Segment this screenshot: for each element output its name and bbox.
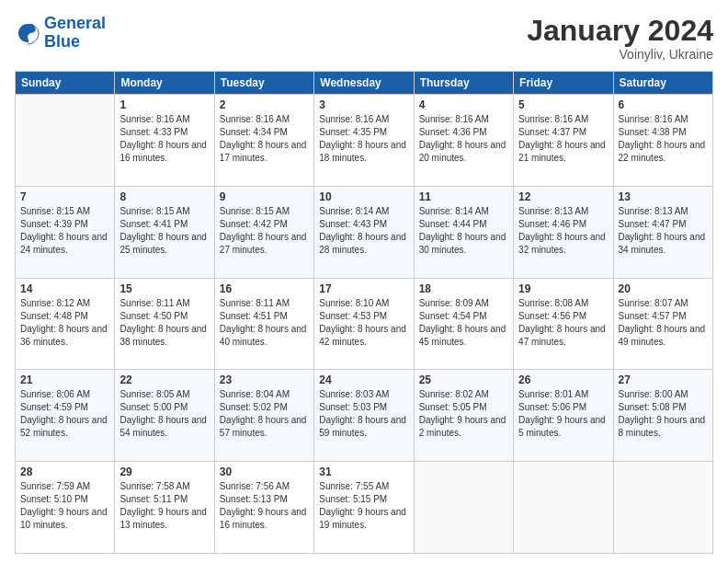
day-info: Sunrise: 8:15 AMSunset: 4:41 PMDaylight:… bbox=[119, 205, 209, 257]
logo-line1: General bbox=[44, 14, 106, 32]
day-info: Sunrise: 8:16 AMSunset: 4:38 PMDaylight:… bbox=[619, 113, 708, 165]
calendar-cell: 7Sunrise: 8:15 AMSunset: 4:39 PMDaylight… bbox=[16, 186, 115, 278]
day-number: 9 bbox=[220, 190, 309, 203]
calendar-cell: 6Sunrise: 8:16 AMSunset: 4:38 PMDaylight… bbox=[613, 95, 712, 187]
calendar-cell: 24Sunrise: 8:03 AMSunset: 5:03 PMDayligh… bbox=[314, 370, 414, 462]
calendar-table: SundayMondayTuesdayWednesdayThursdayFrid… bbox=[15, 71, 713, 554]
day-info: Sunrise: 8:16 AMSunset: 4:36 PMDaylight:… bbox=[419, 113, 508, 165]
day-info: Sunrise: 8:03 AMSunset: 5:03 PMDaylight:… bbox=[319, 388, 408, 440]
calendar-cell: 18Sunrise: 8:09 AMSunset: 4:54 PMDayligh… bbox=[414, 278, 513, 370]
calendar-cell: 1Sunrise: 8:16 AMSunset: 4:33 PMDaylight… bbox=[115, 95, 214, 187]
day-info: Sunrise: 8:12 AMSunset: 4:48 PMDaylight:… bbox=[20, 297, 109, 349]
day-number: 20 bbox=[619, 282, 708, 295]
day-number: 31 bbox=[319, 465, 408, 478]
calendar-cell: 15Sunrise: 8:11 AMSunset: 4:50 PMDayligh… bbox=[115, 278, 214, 370]
logo-icon bbox=[15, 20, 40, 46]
calendar-cell: 27Sunrise: 8:00 AMSunset: 5:08 PMDayligh… bbox=[613, 370, 712, 462]
day-header-wednesday: Wednesday bbox=[314, 72, 414, 95]
day-number: 2 bbox=[220, 98, 309, 111]
calendar-cell bbox=[514, 462, 613, 554]
calendar-cell: 12Sunrise: 8:13 AMSunset: 4:46 PMDayligh… bbox=[514, 186, 613, 278]
calendar-cell: 3Sunrise: 8:16 AMSunset: 4:35 PMDaylight… bbox=[314, 95, 414, 187]
day-info: Sunrise: 8:09 AMSunset: 4:54 PMDaylight:… bbox=[419, 297, 508, 349]
calendar-cell: 28Sunrise: 7:59 AMSunset: 5:10 PMDayligh… bbox=[16, 462, 115, 554]
calendar-week-row: 7Sunrise: 8:15 AMSunset: 4:39 PMDaylight… bbox=[16, 186, 713, 278]
day-header-sunday: Sunday bbox=[16, 72, 115, 95]
day-info: Sunrise: 8:13 AMSunset: 4:47 PMDaylight:… bbox=[619, 205, 708, 257]
day-info: Sunrise: 8:07 AMSunset: 4:57 PMDaylight:… bbox=[619, 297, 708, 349]
calendar-cell: 8Sunrise: 8:15 AMSunset: 4:41 PMDaylight… bbox=[115, 186, 214, 278]
day-info: Sunrise: 8:10 AMSunset: 4:53 PMDaylight:… bbox=[319, 297, 408, 349]
day-info: Sunrise: 7:55 AMSunset: 5:15 PMDaylight:… bbox=[319, 480, 408, 532]
day-number: 4 bbox=[419, 98, 508, 111]
day-info: Sunrise: 8:15 AMSunset: 4:42 PMDaylight:… bbox=[220, 205, 309, 257]
day-number: 6 bbox=[619, 98, 708, 111]
day-number: 8 bbox=[119, 190, 209, 203]
day-number: 24 bbox=[319, 373, 408, 386]
calendar-cell: 11Sunrise: 8:14 AMSunset: 4:44 PMDayligh… bbox=[414, 186, 513, 278]
title-block: January 2024 Voinyliv, Ukraine bbox=[527, 15, 713, 62]
day-info: Sunrise: 8:16 AMSunset: 4:37 PMDaylight:… bbox=[518, 113, 608, 165]
calendar-week-row: 1Sunrise: 8:16 AMSunset: 4:33 PMDaylight… bbox=[16, 95, 713, 187]
day-info: Sunrise: 8:01 AMSunset: 5:06 PMDaylight:… bbox=[518, 388, 608, 440]
page: General Blue January 2024 Voinyliv, Ukra… bbox=[0, 0, 728, 563]
day-info: Sunrise: 8:11 AMSunset: 4:51 PMDaylight:… bbox=[220, 297, 309, 349]
day-number: 3 bbox=[319, 98, 408, 111]
day-header-saturday: Saturday bbox=[613, 72, 712, 95]
calendar-cell bbox=[414, 462, 513, 554]
calendar-cell: 25Sunrise: 8:02 AMSunset: 5:05 PMDayligh… bbox=[414, 370, 513, 462]
day-info: Sunrise: 8:15 AMSunset: 4:39 PMDaylight:… bbox=[20, 205, 109, 257]
calendar-cell: 22Sunrise: 8:05 AMSunset: 5:00 PMDayligh… bbox=[115, 370, 214, 462]
day-number: 18 bbox=[419, 282, 508, 295]
calendar-cell: 5Sunrise: 8:16 AMSunset: 4:37 PMDaylight… bbox=[514, 95, 613, 187]
day-info: Sunrise: 8:16 AMSunset: 4:35 PMDaylight:… bbox=[319, 113, 408, 165]
day-number: 1 bbox=[119, 98, 209, 111]
calendar-cell: 31Sunrise: 7:55 AMSunset: 5:15 PMDayligh… bbox=[314, 462, 414, 554]
calendar-week-row: 28Sunrise: 7:59 AMSunset: 5:10 PMDayligh… bbox=[16, 462, 713, 554]
day-info: Sunrise: 8:04 AMSunset: 5:02 PMDaylight:… bbox=[220, 388, 309, 440]
day-info: Sunrise: 8:14 AMSunset: 4:43 PMDaylight:… bbox=[319, 205, 408, 257]
day-number: 7 bbox=[20, 190, 109, 203]
calendar-cell: 4Sunrise: 8:16 AMSunset: 4:36 PMDaylight… bbox=[414, 95, 513, 187]
day-info: Sunrise: 8:08 AMSunset: 4:56 PMDaylight:… bbox=[518, 297, 608, 349]
day-number: 21 bbox=[20, 373, 109, 386]
day-info: Sunrise: 8:11 AMSunset: 4:50 PMDaylight:… bbox=[119, 297, 209, 349]
calendar-cell: 14Sunrise: 8:12 AMSunset: 4:48 PMDayligh… bbox=[16, 278, 115, 370]
logo-text: General Blue bbox=[44, 15, 106, 52]
day-number: 16 bbox=[220, 282, 309, 295]
day-info: Sunrise: 7:59 AMSunset: 5:10 PMDaylight:… bbox=[20, 480, 109, 532]
calendar-cell: 16Sunrise: 8:11 AMSunset: 4:51 PMDayligh… bbox=[214, 278, 313, 370]
day-info: Sunrise: 8:00 AMSunset: 5:08 PMDaylight:… bbox=[619, 388, 708, 440]
day-info: Sunrise: 8:14 AMSunset: 4:44 PMDaylight:… bbox=[419, 205, 508, 257]
day-number: 22 bbox=[119, 373, 209, 386]
day-number: 30 bbox=[220, 465, 309, 478]
day-number: 23 bbox=[220, 373, 309, 386]
subtitle: Voinyliv, Ukraine bbox=[527, 47, 713, 62]
day-number: 19 bbox=[518, 282, 608, 295]
calendar-week-row: 21Sunrise: 8:06 AMSunset: 4:59 PMDayligh… bbox=[16, 370, 713, 462]
calendar-cell: 2Sunrise: 8:16 AMSunset: 4:34 PMDaylight… bbox=[214, 95, 313, 187]
calendar-cell: 9Sunrise: 8:15 AMSunset: 4:42 PMDaylight… bbox=[214, 186, 313, 278]
calendar-cell: 21Sunrise: 8:06 AMSunset: 4:59 PMDayligh… bbox=[16, 370, 115, 462]
day-number: 12 bbox=[518, 190, 608, 203]
calendar-cell: 20Sunrise: 8:07 AMSunset: 4:57 PMDayligh… bbox=[613, 278, 712, 370]
calendar-cell: 13Sunrise: 8:13 AMSunset: 4:47 PMDayligh… bbox=[613, 186, 712, 278]
day-header-tuesday: Tuesday bbox=[214, 72, 313, 95]
calendar-cell: 23Sunrise: 8:04 AMSunset: 5:02 PMDayligh… bbox=[214, 370, 313, 462]
day-info: Sunrise: 8:05 AMSunset: 5:00 PMDaylight:… bbox=[119, 388, 209, 440]
day-info: Sunrise: 7:58 AMSunset: 5:11 PMDaylight:… bbox=[119, 480, 209, 532]
calendar-header-row: SundayMondayTuesdayWednesdayThursdayFrid… bbox=[16, 72, 713, 95]
calendar-cell bbox=[613, 462, 712, 554]
day-header-friday: Friday bbox=[514, 72, 613, 95]
day-info: Sunrise: 7:56 AMSunset: 5:13 PMDaylight:… bbox=[220, 480, 309, 532]
day-number: 26 bbox=[518, 373, 608, 386]
day-info: Sunrise: 8:16 AMSunset: 4:34 PMDaylight:… bbox=[220, 113, 309, 165]
day-number: 29 bbox=[119, 465, 209, 478]
day-info: Sunrise: 8:13 AMSunset: 4:46 PMDaylight:… bbox=[518, 205, 608, 257]
day-header-thursday: Thursday bbox=[414, 72, 513, 95]
day-header-monday: Monday bbox=[115, 72, 214, 95]
day-info: Sunrise: 8:16 AMSunset: 4:33 PMDaylight:… bbox=[119, 113, 209, 165]
header: General Blue January 2024 Voinyliv, Ukra… bbox=[15, 15, 713, 62]
day-info: Sunrise: 8:06 AMSunset: 4:59 PMDaylight:… bbox=[20, 388, 109, 440]
day-number: 14 bbox=[20, 282, 109, 295]
